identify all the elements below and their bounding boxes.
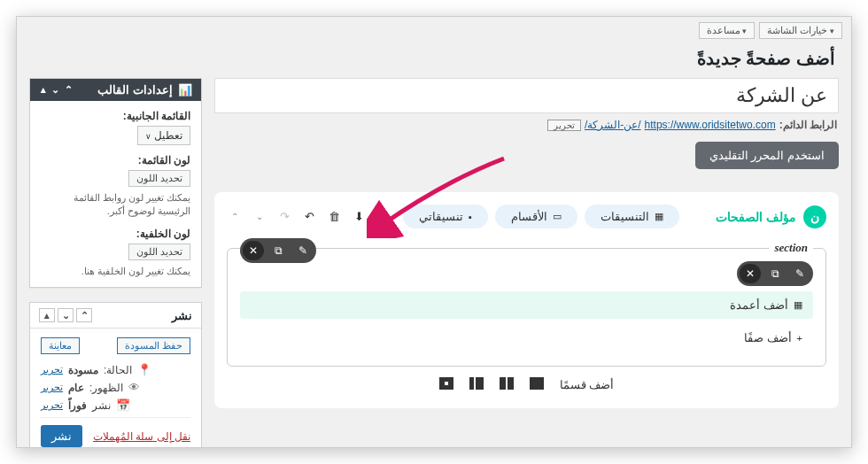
builder-logo: ن مؤلف الصفحات [716, 205, 826, 228]
help-button[interactable]: مساعدة [699, 22, 756, 39]
publish-panel-title: نشر [172, 309, 192, 322]
formats-icon: ▦ [655, 211, 663, 222]
side-menu-label: القائمة الجانبية: [41, 110, 190, 122]
eye-icon: 👁 [128, 381, 140, 394]
layout-half-icon[interactable] [500, 377, 514, 392]
publish-panel-head: نشر ⌃ ⌄ ▴ [30, 303, 201, 329]
visibility-label: الظهور: [89, 382, 123, 394]
visibility-line: 👁 الظهور: عام تحرير [41, 381, 190, 394]
undo-icon[interactable]: ↶ [301, 210, 317, 223]
menu-color-label: لون القائمة: [41, 154, 190, 166]
download-icon[interactable]: ⬇ [351, 210, 367, 223]
plus-icon: + [797, 333, 802, 344]
side-menu-select[interactable]: تعطيل [137, 126, 190, 145]
svg-rect-2 [508, 377, 514, 390]
theme-settings-panel: 📊 إعدادات القالب ⌃ ⌄ ▴ القائمة الجانبية:… [29, 78, 202, 288]
layout-full-icon[interactable] [530, 377, 544, 392]
screen-options-button[interactable]: خيارات الشاشة [759, 22, 842, 39]
status-edit-link[interactable]: تحرير [41, 364, 63, 375]
schedule-label: نشر [92, 399, 111, 412]
pin-icon: 📍 [137, 363, 151, 376]
schedule-line: 📅 نشر فوراً تحرير [41, 398, 190, 412]
builder-logo-text: مؤلف الصفحات [716, 210, 796, 224]
layout-sidebar-icon[interactable] [469, 377, 484, 392]
svg-rect-1 [500, 377, 506, 390]
top-toolbar: مساعدة خيارات الشاشة [17, 17, 851, 44]
status-line: 📍 الحالة: مسودة تحرير [41, 363, 190, 376]
tab-my-formats[interactable]: ▪ تنسيقاتي [403, 205, 488, 228]
chevron-up-icon[interactable]: ⌃ [227, 212, 243, 221]
builder-logo-icon: ن [803, 205, 826, 228]
row-toolbar: ✎ ⧉ ✕ [737, 261, 813, 286]
permalink-label: الرابط الدائم: [779, 119, 837, 131]
app-frame: ORIDSITE.COM مساعدة خيارات الشاشة أضف صف… [16, 16, 852, 448]
columns-icon: ▦ [794, 299, 802, 311]
panel-down-icon[interactable]: ⌄ [58, 308, 74, 322]
panel-down-icon[interactable]: ⌄ [50, 84, 61, 96]
calendar-icon: 📅 [116, 398, 130, 412]
theme-icon: 📊 [178, 83, 192, 97]
add-row-row[interactable]: + أضف صفًا [240, 326, 813, 350]
builder-tools: ⬇ 🗑 ↶ ↷ ⌄ ⌃ [227, 210, 367, 223]
publish-button[interactable]: نشر [41, 425, 82, 447]
bg-color-button[interactable]: تحديد اللون [128, 244, 190, 260]
edit-row-icon[interactable]: ✎ [789, 264, 810, 283]
theme-panel-head: 📊 إعدادات القالب ⌃ ⌄ ▴ [30, 79, 201, 101]
svg-rect-3 [469, 377, 474, 390]
save-draft-button[interactable]: حفظ المسودة [117, 337, 190, 354]
tab-formats-label: التنسيقات [601, 210, 649, 223]
edit-icon[interactable]: ✎ [292, 241, 314, 260]
section-toolbar: ✎ ⧉ ✕ [240, 238, 316, 263]
builder-tabs: ▦ التنسيقات ▭ الأقسام ▪ تنسيقاتي [403, 205, 679, 228]
duplicate-row-icon[interactable]: ⧉ [764, 264, 786, 283]
visibility-value: عام [68, 382, 84, 394]
status-label: الحالة: [104, 364, 132, 376]
permalink-edit-button[interactable]: تحرير [547, 120, 581, 131]
panel-up-icon[interactable]: ⌃ [76, 308, 92, 322]
page-heading: أضف صفحةً جديدةً [17, 44, 851, 78]
menu-color-hint: يمكنك تغيير لون روابط القائمة الرئيسية ل… [41, 191, 190, 219]
schedule-edit-link[interactable]: تحرير [41, 399, 63, 411]
preview-button[interactable]: معاينة [41, 337, 80, 354]
visibility-edit-link[interactable]: تحرير [41, 382, 63, 393]
redo-icon[interactable]: ↷ [276, 210, 292, 223]
builder-section: section ✎ ⧉ ✕ ✎ ⧉ ✕ ▦ [227, 248, 826, 367]
panel-toggle-icon[interactable]: ▴ [39, 308, 55, 322]
sections-icon: ▭ [553, 211, 562, 222]
tab-formats[interactable]: ▦ التنسيقات [585, 205, 679, 228]
chevron-down-icon[interactable]: ⌄ [252, 212, 267, 221]
page-title-input[interactable] [214, 78, 839, 113]
panel-up-icon[interactable]: ⌃ [63, 84, 74, 96]
permalink-slug[interactable]: /عن-الشركة/ [585, 119, 641, 131]
add-columns-row[interactable]: ▦ أضف أعمدة [240, 291, 813, 319]
row-toolbar-wrap: ✎ ⧉ ✕ [240, 261, 813, 286]
my-formats-icon: ▪ [469, 212, 472, 222]
section-label: section [769, 241, 813, 255]
schedule-value: فوراً [68, 399, 87, 412]
add-section-row: أضف قسمًا [227, 367, 826, 396]
permalink-url[interactable]: https://www.oridsitetwo.com [645, 119, 776, 131]
classic-editor-button[interactable]: استخدم المحرر التقليدي [695, 142, 839, 169]
bg-color-hint: يمكنك تغيير لون الخلفية هنا. [41, 265, 190, 278]
permalink-row: تحرير /عن-الشركة/ https://www.oridsitetw… [214, 113, 839, 136]
theme-panel-title: إعدادات القالب [97, 83, 173, 97]
main-column: تحرير /عن-الشركة/ https://www.oridsitetw… [214, 78, 839, 448]
svg-rect-4 [476, 377, 484, 390]
add-columns-label: أضف أعمدة [730, 298, 788, 312]
menu-color-button[interactable]: تحديد اللون [128, 170, 190, 187]
layout-more-icon[interactable] [439, 377, 453, 392]
close-icon[interactable]: ✕ [243, 241, 264, 260]
sidebar-column: 📊 إعدادات القالب ⌃ ⌄ ▴ القائمة الجانبية:… [29, 78, 202, 448]
tab-sections[interactable]: ▭ الأقسام [495, 205, 577, 228]
trash-icon[interactable]: 🗑 [326, 210, 342, 223]
svg-rect-0 [530, 377, 544, 390]
trash-link[interactable]: نقل إلى سلة المُهملات [93, 430, 190, 443]
panel-toggle-icon[interactable]: ▴ [39, 84, 48, 96]
bg-color-label: لون الخلفية: [41, 228, 190, 240]
tab-sections-label: الأقسام [511, 210, 547, 223]
close-row-icon[interactable]: ✕ [740, 264, 761, 283]
publish-panel: نشر ⌃ ⌄ ▴ حفظ المسودة معاينة 📍 الحالة: [29, 302, 202, 448]
add-row-label: أضف صفًا [744, 331, 792, 344]
duplicate-icon[interactable]: ⧉ [267, 241, 289, 260]
add-section-label[interactable]: أضف قسمًا [560, 378, 615, 391]
